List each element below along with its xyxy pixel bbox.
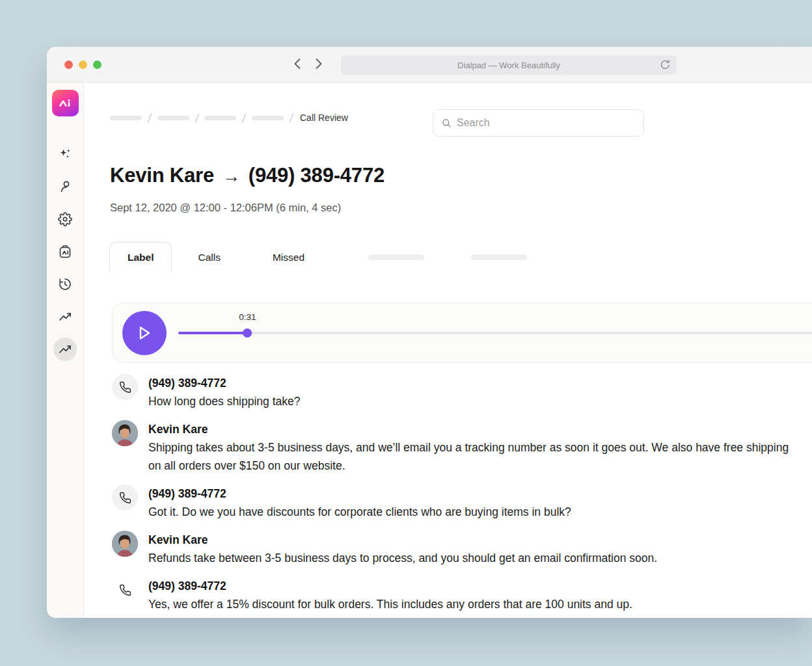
search-icon (442, 118, 452, 128)
play-icon (136, 323, 153, 343)
close-window-button[interactable] (64, 60, 73, 69)
breadcrumb-current: Call Review (300, 113, 348, 123)
call-title: Kevin Kare → (949) 389-4772 (110, 164, 385, 187)
speaker-avatar (112, 420, 138, 446)
breadcrumb-placeholder (157, 116, 189, 120)
traffic-lights (64, 60, 102, 69)
search-input[interactable] (457, 117, 635, 129)
sidebar-item-contacts[interactable] (53, 175, 77, 198)
breadcrumb-separator (241, 113, 246, 122)
transcript-row: Kevin Kare Shipping takes about 3-5 busi… (112, 420, 802, 475)
zoom-window-button[interactable] (93, 60, 102, 69)
tab-calls-text: Calls (198, 252, 220, 263)
speaker-avatar (112, 577, 138, 603)
sidebar-item-settings[interactable] (53, 207, 77, 231)
search-box[interactable] (433, 109, 644, 137)
sidebar-item-call-review[interactable] (53, 338, 77, 361)
breadcrumb-separator (289, 113, 293, 122)
tab-missed-text: Missed (273, 252, 304, 263)
sidebar-item-ai-notes[interactable] (53, 240, 77, 263)
speaker-name: (949) 389-4772 (148, 485, 571, 503)
history-icon (58, 277, 72, 291)
speaker-name: (949) 389-4772 (148, 577, 632, 595)
transcript-row: (949) 389-4772 Got it. Do we you have di… (112, 485, 802, 521)
chevron-right-icon (315, 57, 323, 70)
breadcrumb-placeholder (204, 116, 236, 120)
address-bar[interactable]: Dialpad — Work Beautifully (341, 55, 677, 75)
page-title: Dialpad — Work Beautifully (457, 60, 560, 70)
ai-notes-icon (58, 245, 72, 259)
speaker-avatar (112, 485, 138, 511)
speaker-name: (949) 389-4772 (148, 374, 301, 392)
browser-chrome: Dialpad — Work Beautifully (47, 47, 812, 83)
speaker-name: Kevin Kare (148, 531, 657, 549)
analytics-icon (58, 310, 72, 324)
play-button[interactable] (122, 311, 167, 355)
tab-label-text: Label (128, 252, 154, 263)
breadcrumb-separator (195, 113, 199, 122)
minimize-window-button[interactable] (79, 60, 87, 69)
reload-button[interactable] (660, 59, 671, 72)
tab-missed[interactable]: Missed (247, 242, 331, 273)
speaker-avatar (112, 374, 138, 400)
breadcrumb-placeholder (110, 116, 142, 120)
sidebar-item-history[interactable] (53, 273, 77, 296)
transcript-row: Kevin Kare Refunds take between 3-5 busi… (112, 531, 802, 567)
kevin-kare-photo (112, 531, 138, 557)
progress-fill (178, 332, 247, 334)
phone-icon (119, 381, 131, 393)
breadcrumb-separator (147, 113, 152, 122)
tab-placeholder (471, 254, 527, 260)
arrow-right-icon: → (223, 166, 240, 187)
message-text: Yes, we offer a 15% discount for bulk or… (148, 595, 632, 613)
speaker-name: Kevin Kare (148, 420, 802, 438)
analytics-active-icon (58, 342, 72, 356)
forward-button[interactable] (315, 57, 323, 70)
tab-bar: Label Calls Missed (109, 242, 527, 273)
caller-name: Kevin Kare (110, 164, 214, 187)
speaker-avatar (112, 531, 138, 557)
tab-calls[interactable]: Calls (172, 242, 246, 273)
breadcrumb-placeholder (252, 116, 284, 120)
call-review-page: Call Review Kevin Kare → (949) 389-4772 … (84, 83, 812, 618)
browser-window: Dialpad — Work Beautifully (47, 47, 812, 618)
message-text: Shipping takes about 3-5 business days, … (148, 438, 802, 475)
tab-placeholder (368, 254, 424, 260)
phone-icon (119, 584, 131, 596)
phone-icon (119, 492, 131, 504)
transcript-row: (949) 389-4772 Yes, we offer a 15% disco… (112, 577, 802, 613)
progress-track[interactable]: 0:31 (178, 332, 812, 334)
app-sidebar (47, 83, 84, 618)
ai-logo-glyph (57, 96, 73, 111)
ai-sparkles-icon (58, 147, 72, 161)
call-datetime: Sept 12, 2020 @ 12:00 - 12:06PM (6 min, … (110, 202, 341, 214)
kevin-kare-photo (112, 420, 138, 446)
message-text: Got it. Do we you have discounts for cor… (148, 503, 571, 521)
sidebar-item-analytics[interactable] (53, 305, 77, 328)
reload-icon (660, 59, 671, 70)
contact-icon (58, 180, 72, 194)
transcript-row: (949) 389-4772 How long does shipping ta… (112, 374, 802, 410)
progress-handle[interactable] (243, 328, 252, 338)
callee-number: (949) 389-4772 (249, 164, 385, 187)
chevron-left-icon (293, 57, 301, 70)
audio-player: 0:31 (112, 302, 812, 363)
tab-label[interactable]: Label (109, 242, 172, 273)
message-text: How long does shipping take? (148, 392, 301, 410)
dialpad-ai-logo[interactable] (52, 90, 79, 116)
elapsed-time: 0:31 (239, 312, 256, 322)
message-text: Refunds take between 3-5 business days t… (148, 549, 657, 567)
settings-gear-icon (58, 212, 72, 226)
breadcrumb: Call Review (110, 113, 348, 123)
transcript-list: (949) 389-4772 How long does shipping ta… (112, 374, 802, 618)
sidebar-item-ai[interactable] (53, 142, 77, 166)
back-button[interactable] (293, 57, 301, 70)
